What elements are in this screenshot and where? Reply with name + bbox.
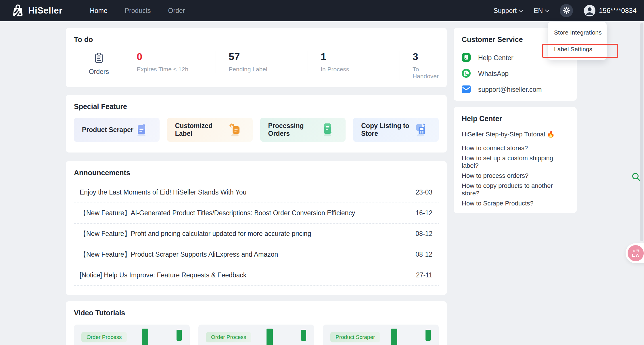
help-center-label: Help Center xyxy=(478,54,513,62)
support-label: Support xyxy=(494,7,517,15)
announcement-row[interactable]: 【New Feature】Product Scraper Supports Al… xyxy=(74,244,439,265)
brand-name: HiSeller xyxy=(28,5,62,16)
announcements-title: Announcements xyxy=(74,169,439,177)
announcement-text: Enjoy the Last Moments of Eid! HiSeller … xyxy=(80,188,246,196)
todo-orders-item[interactable]: Orders xyxy=(74,51,124,76)
user-avatar xyxy=(584,5,595,16)
top-navigation-bar: HiSeller Home Products Order Support EN xyxy=(0,0,644,21)
nav-link-products[interactable]: Products xyxy=(125,7,151,15)
stat-value: 1 xyxy=(321,51,400,62)
tile-label: Product Scraper xyxy=(82,126,133,134)
help-link-tutorial[interactable]: HiSeller Step-by-Step Tutorial 🔥 xyxy=(462,127,569,141)
announcement-row[interactable]: [Notice] Help Us Improve: Feature Reques… xyxy=(74,265,439,286)
magnifier-icon xyxy=(631,178,641,183)
support-email-link[interactable]: support@hiseller.com xyxy=(462,82,569,98)
help-center-icon xyxy=(462,53,471,63)
nav-link-order[interactable]: Order xyxy=(168,7,185,15)
page-scrollbar-thumb[interactable] xyxy=(640,23,643,241)
todo-title: To do xyxy=(74,35,439,44)
translate-float-button[interactable]: A xyxy=(626,243,644,263)
video-tutorials-card: Video Tutorials Order Process Order Proc… xyxy=(66,301,447,345)
hiseller-dashboard: { "nav": { "brand": "HiSeller", "links":… xyxy=(0,0,644,345)
help-link-scrape-products[interactable]: How to Scrape Products? xyxy=(462,197,569,210)
thumbnail-illustration-bar xyxy=(267,329,273,345)
help-link-process-orders[interactable]: How to process orders? xyxy=(462,169,569,183)
announcement-row[interactable]: Enjoy the Last Moments of Eid! HiSeller … xyxy=(74,182,439,203)
stat-label: Pending Label xyxy=(229,66,308,73)
stat-value: 3 xyxy=(413,51,439,62)
whatsapp-link[interactable]: WhatsApp xyxy=(462,66,569,82)
search-float-button[interactable] xyxy=(631,172,641,183)
stat-value: 57 xyxy=(229,51,308,62)
video-badge: Product Scraper xyxy=(330,332,380,342)
announcements-list: Enjoy the Last Moments of Eid! HiSeller … xyxy=(74,182,439,286)
special-feature-card: Special Feature Product Scraper Customiz… xyxy=(66,95,447,153)
thumbnail-illustration-bar xyxy=(391,329,397,345)
svg-text:A: A xyxy=(636,253,639,258)
todo-card: To do Orders 0 Expires Time ≤ 12h 57 Pen… xyxy=(66,28,447,87)
label-tag-icon xyxy=(227,122,242,138)
scraper-robot-icon xyxy=(134,122,149,138)
settings-gear-button[interactable] xyxy=(560,4,573,17)
thumbnail-illustration-bar xyxy=(177,330,182,341)
account-menu[interactable]: 156****0834 xyxy=(584,5,637,16)
todo-stat-in-process[interactable]: 1 In Process xyxy=(308,51,400,73)
video-badge: Order Process xyxy=(81,332,127,342)
tile-label: Customized Label xyxy=(175,122,227,138)
copy-listing-icon xyxy=(413,122,428,138)
todo-stat-expires[interactable]: 0 Expires Time ≤ 12h xyxy=(124,51,216,73)
help-link-shipping-label[interactable]: How to set up a custom shipping label? xyxy=(462,155,569,169)
announcements-card: Announcements Enjoy the Last Moments of … xyxy=(66,161,447,295)
thumbnail-illustration-bar xyxy=(425,330,431,341)
shopping-bag-logo-icon xyxy=(12,3,24,18)
brand-logo[interactable]: HiSeller xyxy=(12,3,62,18)
settings-dropdown-menu: Store Integrations Label Settings xyxy=(548,22,607,60)
announcement-date: 27-11 xyxy=(416,271,432,279)
announcement-text: 【New Feature】AI-Generated Product Titles… xyxy=(80,209,355,218)
announcement-text: 【New Feature】Profit and pricing calculat… xyxy=(80,229,311,238)
feature-tile-processing-orders[interactable]: Processing Orders xyxy=(260,118,346,142)
gear-icon xyxy=(563,6,570,15)
help-center-card: Help Center HiSeller Step-by-Step Tutori… xyxy=(454,107,577,213)
whatsapp-icon xyxy=(462,69,471,79)
chevron-down-icon xyxy=(519,7,524,12)
feature-tile-copy-listing[interactable]: Copy Listing to Store xyxy=(353,118,439,142)
clipboard-orders-icon xyxy=(93,52,104,64)
announcement-text: [Notice] Help Us Improve: Feature Reques… xyxy=(80,271,246,279)
todo-stat-to-handover[interactable]: 3 To Handover xyxy=(400,51,439,80)
video-thumbnail[interactable]: Order Process xyxy=(74,325,190,345)
order-document-icon xyxy=(320,122,335,138)
language-menu[interactable]: EN xyxy=(534,7,549,15)
whatsapp-label: WhatsApp xyxy=(478,70,509,78)
video-thumbnail[interactable]: Product Scraper xyxy=(323,325,439,345)
help-center-links: HiSeller Step-by-Step Tutorial 🔥 How to … xyxy=(462,127,569,210)
support-menu[interactable]: Support xyxy=(494,7,523,15)
announcement-date: 08-12 xyxy=(415,230,432,238)
help-link-copy-products[interactable]: How to copy products to another store? xyxy=(462,183,569,197)
menu-item-label-settings[interactable]: Label Settings xyxy=(548,41,607,58)
nav-link-home[interactable]: Home xyxy=(90,7,107,15)
announcement-date: 08-12 xyxy=(415,251,432,258)
feature-tiles-row: Product Scraper Customized Label xyxy=(74,118,439,142)
thumbnail-illustration-bar xyxy=(142,329,148,345)
announcement-text: 【New Feature】Product Scraper Supports Al… xyxy=(80,250,278,259)
feature-tile-customized-label[interactable]: Customized Label xyxy=(167,118,253,142)
tile-label: Processing Orders xyxy=(268,122,321,138)
announcement-row[interactable]: 【New Feature】Profit and pricing calculat… xyxy=(74,224,439,244)
stat-label: Expires Time ≤ 12h xyxy=(137,66,216,73)
support-email-label: support@hiseller.com xyxy=(478,86,542,94)
nav-right-group: Support EN xyxy=(494,4,637,17)
help-link-connect-stores[interactable]: How to connect stores? xyxy=(462,141,569,155)
announcement-date: 16-12 xyxy=(415,209,432,217)
account-phone: 156****0834 xyxy=(599,7,637,15)
announcement-row[interactable]: 【New Feature】AI-Generated Product Titles… xyxy=(74,203,439,224)
video-tutorials-title: Video Tutorials xyxy=(74,309,439,317)
special-feature-title: Special Feature xyxy=(74,102,439,111)
todo-stat-pending-label[interactable]: 57 Pending Label xyxy=(216,51,308,73)
video-thumbnail[interactable]: Order Process xyxy=(198,325,314,345)
video-thumbnails-row: Order Process Order Process Product Scra… xyxy=(74,325,439,345)
thumbnail-illustration-bar xyxy=(301,330,306,341)
feature-tile-product-scraper[interactable]: Product Scraper xyxy=(74,118,160,142)
chevron-down-icon xyxy=(545,7,550,12)
menu-item-store-integrations[interactable]: Store Integrations xyxy=(548,24,607,41)
